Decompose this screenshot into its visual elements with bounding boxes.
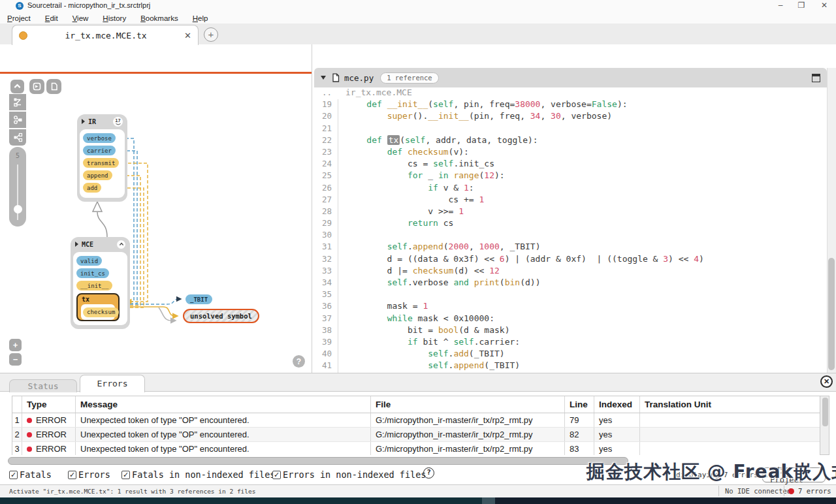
panel-divider[interactable] bbox=[312, 44, 312, 373]
cell-tu bbox=[640, 442, 820, 455]
code-token bbox=[346, 313, 387, 323]
filter-errors[interactable]: ✓Errors bbox=[68, 468, 110, 481]
tab-active[interactable]: ir_tx.mce.MCE.tx ✕ bbox=[12, 25, 199, 45]
close-panel-button[interactable]: ✕ bbox=[820, 375, 833, 388]
errors-help-button[interactable]: ? bbox=[423, 467, 434, 479]
error-row-3[interactable]: 3ERRORUnexpected token of type "OP" enco… bbox=[12, 442, 820, 455]
group-by-file-button[interactable] bbox=[46, 79, 61, 94]
code-line-39: 39 if bit ^ self.carrier: bbox=[314, 337, 827, 349]
code-token: v >>= bbox=[346, 206, 458, 216]
slider-track[interactable] bbox=[17, 165, 18, 220]
code-scrollbar-thumb[interactable] bbox=[828, 258, 835, 370]
graph-member-append[interactable]: append bbox=[83, 170, 112, 180]
restore-button[interactable]: ❐ bbox=[792, 0, 811, 12]
column-header-File[interactable]: File bbox=[371, 396, 565, 413]
close-button[interactable]: ✕ bbox=[815, 0, 833, 12]
column-header-num[interactable] bbox=[12, 396, 22, 413]
graph-member-checksum[interactable]: checksum bbox=[83, 307, 119, 317]
cell-type: ERROR bbox=[22, 442, 76, 455]
graph-node-mce-header[interactable]: MCE bbox=[71, 237, 130, 251]
custom-trail-button[interactable] bbox=[9, 94, 26, 110]
group-by-package-button[interactable] bbox=[29, 79, 44, 94]
graph-member-init_cs[interactable]: init_cs bbox=[76, 268, 109, 278]
code-token bbox=[346, 99, 366, 109]
graph-node-unsolved-symbol[interactable]: unsolved symbol bbox=[183, 309, 259, 323]
code-text: self.append(2000, 1000, _TBIT) bbox=[338, 242, 540, 253]
code-token: 1 bbox=[458, 206, 464, 216]
code-text: cs += 1 bbox=[338, 195, 484, 206]
zoom-in-button[interactable]: + bbox=[9, 339, 22, 351]
code-line-25: 25 for _ in range(12): bbox=[314, 170, 827, 182]
column-header-Type[interactable]: Type bbox=[22, 396, 76, 413]
code-token bbox=[346, 218, 408, 228]
column-header-Translation Unit[interactable]: Translation Unit bbox=[640, 396, 820, 413]
share-icon bbox=[13, 133, 23, 142]
graph-member-carrier[interactable]: carrier bbox=[83, 146, 116, 155]
checkbox[interactable]: ✓ bbox=[121, 471, 130, 479]
collapse-snippet-icon[interactable] bbox=[321, 76, 326, 80]
graph-node-mce[interactable]: MCE validinit_cs__init__txchecksum bbox=[71, 237, 130, 329]
error-table-hscrollbar-thumb[interactable] bbox=[8, 457, 628, 465]
code-token: ir_tx.mce.MCE bbox=[346, 87, 412, 97]
menu-help[interactable]: Help bbox=[185, 13, 216, 24]
graph-node-tbit[interactable]: _TBIT bbox=[185, 294, 212, 304]
menu-project[interactable]: Project bbox=[0, 13, 38, 24]
column-header-Line[interactable]: Line bbox=[565, 396, 594, 413]
menu-view[interactable]: View bbox=[65, 13, 96, 24]
graph-node-ir-header[interactable]: IR 17 bbox=[77, 114, 127, 129]
filter-errors-in-non-indexed-files[interactable]: ✓Errors in non-indexed files bbox=[272, 468, 426, 481]
column-header-Message[interactable]: Message bbox=[76, 396, 371, 413]
new-tab-button[interactable]: + bbox=[204, 27, 218, 42]
minimize-button[interactable]: – bbox=[771, 0, 790, 12]
graph-member-transmit[interactable]: transmit bbox=[83, 158, 119, 168]
graph-member-verbose[interactable]: verbose bbox=[83, 133, 116, 143]
maximize-snippet-button[interactable] bbox=[812, 74, 820, 82]
graph-depth-slider[interactable]: 5 bbox=[9, 147, 26, 227]
graph-node-ir[interactable]: IR 17 verbosecarriertransmitappendadd bbox=[77, 114, 127, 202]
graph-node-mce-members: validinit_cs__init__txchecksum bbox=[73, 252, 127, 325]
error-table-vscrollbar-thumb[interactable] bbox=[822, 398, 828, 426]
line-number: 41 bbox=[314, 360, 338, 372]
show-more-members-button[interactable]: 17 bbox=[113, 117, 123, 127]
snippet-header[interactable]: mce.py 1 reference bbox=[314, 68, 827, 87]
filter-fatals-in-non-indexed-files[interactable]: ✓Fatals in non-indexed files bbox=[121, 468, 275, 481]
graph-help-button[interactable]: ? bbox=[293, 355, 305, 368]
code-token: append bbox=[453, 360, 484, 370]
active-symbol-token[interactable]: tx bbox=[387, 135, 400, 145]
menu-history[interactable]: History bbox=[95, 13, 133, 24]
column-header-Indexed[interactable]: Indexed bbox=[594, 396, 640, 413]
error-row-1[interactable]: 1ERRORUnexpected token of type "OP" enco… bbox=[12, 413, 820, 428]
node-expand-button[interactable] bbox=[9, 112, 26, 128]
tab-status[interactable]: Status bbox=[9, 379, 77, 392]
expand-triangle-icon[interactable] bbox=[75, 242, 78, 247]
share-edges-button[interactable] bbox=[9, 129, 26, 146]
collapse-node-button[interactable] bbox=[117, 240, 125, 249]
snippet-file-name[interactable]: mce.py bbox=[344, 73, 374, 83]
tab-errors[interactable]: Errors bbox=[80, 375, 145, 392]
menu-edit[interactable]: Edit bbox=[38, 13, 65, 24]
error-row-2[interactable]: 2ERRORUnexpected token of type "OP" enco… bbox=[12, 428, 820, 442]
graph-member-valid[interactable]: valid bbox=[76, 256, 102, 266]
graph-node-tx-active[interactable]: txchecksum bbox=[76, 293, 120, 321]
graph-member-__init__[interactable]: __init__ bbox=[76, 281, 112, 291]
checkbox[interactable]: ✓ bbox=[68, 471, 76, 479]
graph-collapse-button[interactable] bbox=[10, 80, 24, 93]
expand-triangle-icon[interactable] bbox=[82, 119, 85, 124]
filter-fatals[interactable]: ✓Fatals bbox=[9, 468, 52, 481]
code-token bbox=[346, 277, 387, 287]
checkbox[interactable]: ✓ bbox=[9, 471, 18, 479]
tab-close-icon[interactable]: ✕ bbox=[184, 31, 191, 40]
code-text: self.add(_TBIT) bbox=[338, 349, 505, 360]
cell-line: 82 bbox=[565, 428, 594, 441]
slider-thumb[interactable] bbox=[14, 205, 22, 213]
error-count-status[interactable]: 7 errors bbox=[798, 487, 831, 495]
menu-bookmarks[interactable]: Bookmarks bbox=[133, 13, 185, 24]
ide-status[interactable]: No IDE connected bbox=[725, 487, 791, 495]
zoom-out-button[interactable]: − bbox=[9, 353, 22, 366]
checkbox[interactable]: ✓ bbox=[272, 471, 281, 479]
graph-member-add[interactable]: add bbox=[83, 183, 101, 193]
code-text: ir_tx.mce.MCE bbox=[338, 87, 412, 99]
cell-line: 79 bbox=[565, 413, 594, 427]
filter-label: Fatals bbox=[20, 469, 52, 480]
line-number: 33 bbox=[314, 266, 338, 277]
